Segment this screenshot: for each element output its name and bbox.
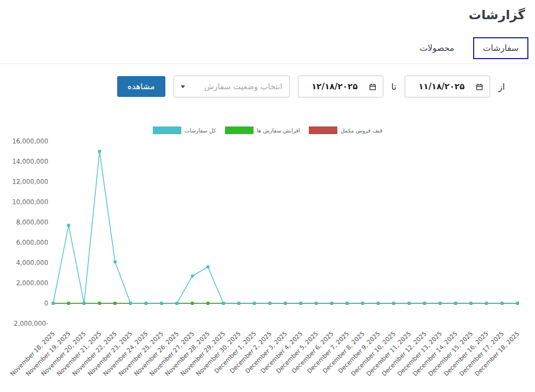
svg-text:4,000,000: 4,000,000 <box>16 259 48 267</box>
svg-text:2,000,000-: 2,000,000- <box>14 320 48 327</box>
orders-chart: 16,000,00014,000,00012,000,00010,000,000… <box>0 136 535 379</box>
svg-text:8,000,000: 8,000,000 <box>16 218 48 226</box>
order-status-placeholder: انتخاب وضعیت سفارش <box>185 82 283 91</box>
reports-page: گزارشات سفارشات محصولات از ۱۱/۱۸/۲۰۲۵ تا… <box>0 8 535 392</box>
svg-text:10,000,000: 10,000,000 <box>12 198 48 206</box>
legend-label: کل سفارشات <box>185 128 216 134</box>
svg-text:2,000,000: 2,000,000 <box>16 279 48 287</box>
view-button[interactable]: مشاهده <box>117 76 165 97</box>
from-label: از <box>498 82 505 92</box>
chart-legend: کل سفارشاتافزایش سفارش هاقیف فروش مکمل <box>0 126 535 135</box>
series-line <box>51 150 519 305</box>
to-date-input[interactable]: ۱۲/۱۸/۲۰۲۵ <box>298 76 383 97</box>
legend-label: قیف فروش مکمل <box>341 128 382 134</box>
to-date-value: ۱۲/۱۸/۲۰۲۵ <box>304 82 365 91</box>
chart-section: کل سفارشاتافزایش سفارش هاقیف فروش مکمل 1… <box>0 126 535 382</box>
legend-item[interactable]: افزایش سفارش ها <box>225 126 301 134</box>
filters-bar: از ۱۱/۱۸/۲۰۲۵ تا ۱۲/۱۸/۲۰۲۵ انتخاب وضعیت… <box>0 64 535 97</box>
legend-swatch <box>225 126 254 134</box>
tab-orders[interactable]: سفارشات <box>473 37 528 59</box>
legend-item[interactable]: قیف فروش مکمل <box>309 126 382 134</box>
caret-down-icon <box>181 85 185 88</box>
legend-label: افزایش سفارش ها <box>257 128 301 134</box>
page-title: گزارشات <box>0 8 525 22</box>
calendar-icon[interactable] <box>475 83 484 91</box>
from-date-value: ۱۱/۱۸/۲۰۲۵ <box>411 82 472 91</box>
legend-item[interactable]: کل سفارشات <box>153 126 216 134</box>
svg-text:16,000,000: 16,000,000 <box>12 137 48 145</box>
tab-products[interactable]: محصولات <box>419 38 454 58</box>
legend-swatch <box>153 126 181 134</box>
svg-text:14,000,000: 14,000,000 <box>12 158 48 165</box>
from-date-input[interactable]: ۱۱/۱۸/۲۰۲۵ <box>405 76 490 97</box>
svg-text:6,000,000: 6,000,000 <box>16 239 48 246</box>
legend-swatch <box>309 126 337 134</box>
order-status-select[interactable]: انتخاب وضعیت سفارش <box>174 76 290 97</box>
calendar-icon[interactable] <box>369 83 377 91</box>
svg-text:0: 0 <box>44 299 48 307</box>
x-axis-labels: November 18, 2025November 19, 2025Novemb… <box>9 330 521 378</box>
tabs-bar: سفارشات محصولات <box>0 37 535 64</box>
svg-text:12,000,000: 12,000,000 <box>12 178 48 186</box>
y-axis-labels: 16,000,00014,000,00012,000,00010,000,000… <box>12 137 48 327</box>
to-label: تا <box>392 82 396 92</box>
